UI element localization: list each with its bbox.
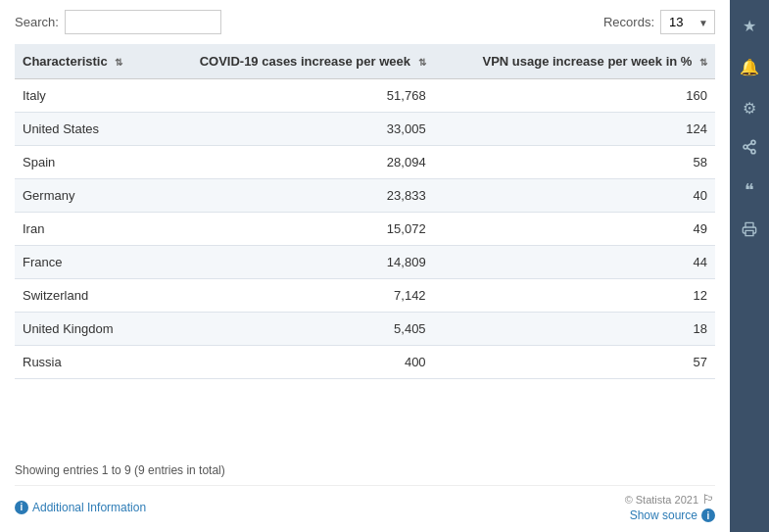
search-input[interactable] xyxy=(65,10,221,34)
col-characteristic-label: Characteristic xyxy=(23,54,108,69)
cell-covid-cases: 28,094 xyxy=(151,146,434,179)
show-source-link[interactable]: Show source i xyxy=(630,508,715,522)
cell-characteristic: United States xyxy=(15,113,151,146)
cell-covid-cases: 33,005 xyxy=(151,113,434,146)
sort-icon-characteristic: ⇅ xyxy=(115,57,122,68)
data-table: Characteristic ⇅ COVID-19 cases increase… xyxy=(15,44,715,379)
cell-covid-cases: 51,768 xyxy=(151,79,434,113)
sort-icon-covid: ⇅ xyxy=(418,57,426,68)
sort-icon-vpn: ⇅ xyxy=(699,57,707,68)
main-content: Search: Records: 10 13 25 50 100 Cha xyxy=(0,0,730,532)
entries-text: Showing entries 1 to 9 (9 entries in tot… xyxy=(15,463,225,477)
flag-icon: 🏳 xyxy=(702,492,715,507)
svg-line-4 xyxy=(747,143,752,146)
col-vpn-usage[interactable]: VPN usage increase per week in % ⇅ xyxy=(434,44,715,79)
svg-line-3 xyxy=(747,148,752,151)
footer-right: © Statista 2021 🏳 Show source i xyxy=(625,492,715,522)
cell-characteristic: Germany xyxy=(15,179,151,213)
bell-icon: 🔔 xyxy=(740,58,759,76)
cell-vpn-usage: 160 xyxy=(434,79,715,113)
star-icon: ★ xyxy=(743,17,756,35)
additional-info-label: Additional Information xyxy=(32,501,146,514)
share-icon xyxy=(742,139,757,159)
cell-characteristic: Italy xyxy=(15,79,151,113)
search-group: Search: xyxy=(15,10,221,34)
entries-info: Showing entries 1 to 9 (9 entries in tot… xyxy=(15,454,715,481)
cell-characteristic: France xyxy=(15,246,151,279)
col-characteristic[interactable]: Characteristic ⇅ xyxy=(15,44,151,79)
gear-icon: ⚙ xyxy=(743,99,756,118)
col-covid-label: COVID-19 cases increase per week xyxy=(200,54,410,69)
table-row: United Kingdom5,40518 xyxy=(15,313,715,346)
cell-vpn-usage: 49 xyxy=(434,213,715,246)
cell-characteristic: United Kingdom xyxy=(15,313,151,346)
table-header-row: Characteristic ⇅ COVID-19 cases increase… xyxy=(15,44,715,79)
topbar: Search: Records: 10 13 25 50 100 xyxy=(15,10,715,34)
print-icon xyxy=(742,221,757,241)
sidebar: ★ 🔔 ⚙ ❝ xyxy=(730,0,769,532)
gear-button[interactable]: ⚙ xyxy=(732,90,767,125)
table-row: Spain28,09458 xyxy=(15,146,715,179)
share-button[interactable] xyxy=(732,131,767,167)
records-label: Records: xyxy=(603,15,654,29)
cell-characteristic: Switzerland xyxy=(15,279,151,313)
cell-vpn-usage: 58 xyxy=(434,146,715,179)
table-row: Russia40057 xyxy=(15,346,715,379)
table-row: Switzerland7,14212 xyxy=(15,279,715,313)
info-icon: i xyxy=(15,501,28,514)
bell-button[interactable]: 🔔 xyxy=(732,49,767,84)
table-row: Iran15,07249 xyxy=(15,213,715,246)
col-vpn-label: VPN usage increase per week in % xyxy=(482,54,692,69)
records-select[interactable]: 10 13 25 50 100 xyxy=(660,10,715,34)
svg-rect-5 xyxy=(745,230,753,235)
cell-vpn-usage: 40 xyxy=(434,179,715,213)
cell-covid-cases: 15,072 xyxy=(151,213,434,246)
statista-copy-text: © Statista 2021 xyxy=(625,494,698,506)
cell-covid-cases: 23,833 xyxy=(151,179,434,213)
cell-characteristic: Russia xyxy=(15,346,151,379)
quote-button[interactable]: ❝ xyxy=(732,172,767,208)
table-row: Germany23,83340 xyxy=(15,179,715,213)
cell-covid-cases: 14,809 xyxy=(151,246,434,279)
table-container: Characteristic ⇅ COVID-19 cases increase… xyxy=(15,44,715,454)
cell-vpn-usage: 18 xyxy=(434,313,715,346)
cell-vpn-usage: 57 xyxy=(434,346,715,379)
print-button[interactable] xyxy=(732,214,767,249)
table-row: France14,80944 xyxy=(15,246,715,279)
footer-bottom: i Additional Information © Statista 2021… xyxy=(15,485,715,522)
records-select-wrapper: 10 13 25 50 100 xyxy=(660,10,715,34)
statista-copyright: © Statista 2021 🏳 xyxy=(625,492,715,507)
table-row: United States33,005124 xyxy=(15,113,715,146)
star-button[interactable]: ★ xyxy=(732,8,767,43)
cell-covid-cases: 7,142 xyxy=(151,279,434,313)
cell-characteristic: Iran xyxy=(15,213,151,246)
table-row: Italy51,768160 xyxy=(15,79,715,113)
cell-vpn-usage: 44 xyxy=(434,246,715,279)
records-group: Records: 10 13 25 50 100 xyxy=(603,10,715,34)
cell-covid-cases: 5,405 xyxy=(151,313,434,346)
additional-info-link[interactable]: i Additional Information xyxy=(15,501,146,514)
cell-vpn-usage: 12 xyxy=(434,279,715,313)
cell-characteristic: Spain xyxy=(15,146,151,179)
cell-vpn-usage: 124 xyxy=(434,113,715,146)
show-source-info-icon: i xyxy=(701,508,715,522)
col-covid-cases[interactable]: COVID-19 cases increase per week ⇅ xyxy=(151,44,434,79)
search-label: Search: xyxy=(15,15,59,29)
show-source-label: Show source xyxy=(630,508,697,522)
cell-covid-cases: 400 xyxy=(151,346,434,379)
quote-icon: ❝ xyxy=(745,179,754,201)
